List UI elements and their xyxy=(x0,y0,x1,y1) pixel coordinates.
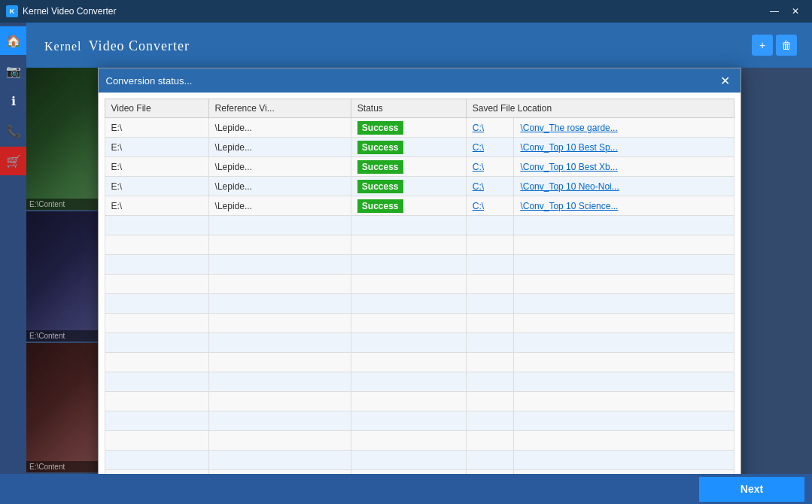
sidebar-item-camera[interactable]: 📷 xyxy=(0,56,26,85)
table-row: E:\ \Lepide... Success C:\ \Conv_Top 10 … xyxy=(105,138,734,157)
sidebar-item-phone[interactable]: 📞 xyxy=(0,117,26,145)
col-status: Status xyxy=(351,99,466,118)
logo-rest: Video Converter xyxy=(85,38,190,53)
sidebar-item-cart[interactable]: 🛒 xyxy=(0,147,26,175)
col-saved-location: Saved File Location xyxy=(466,99,734,118)
sidebar: 🏠 📷 ℹ 📞 🛒 xyxy=(0,23,26,474)
content-area: Kernel Video Converter + 🗑 E:\Content E:… xyxy=(26,23,812,474)
header-bar: Kernel Video Converter + 🗑 xyxy=(26,23,812,68)
dialog-overlay: Conversion status... ✕ Video File Refere… xyxy=(26,68,812,474)
cell-path2-4[interactable]: \Conv_Top 10 Science... xyxy=(514,196,734,216)
dialog-title: Conversion status... xyxy=(106,75,193,87)
table-empty-row xyxy=(105,275,734,294)
table-empty-row xyxy=(105,314,734,333)
header-logo: Kernel Video Converter xyxy=(41,35,190,55)
minimize-button[interactable]: — xyxy=(764,4,785,19)
header-actions: + 🗑 xyxy=(752,35,797,56)
sidebar-item-info[interactable]: ℹ xyxy=(0,87,26,115)
table-empty-row xyxy=(105,451,734,470)
cell-path2-2[interactable]: \Conv_Top 10 Best Xb... xyxy=(514,157,734,177)
cell-status-4: Success xyxy=(351,196,466,216)
cell-path1-0[interactable]: C:\ xyxy=(466,118,514,138)
bottom-bar: Next xyxy=(0,474,812,504)
cell-path1-4[interactable]: C:\ xyxy=(466,196,514,216)
delete-button[interactable]: 🗑 xyxy=(776,35,797,56)
table-empty-row xyxy=(105,353,734,372)
cell-video-2: E:\ xyxy=(105,157,208,177)
cell-video-4: E:\ xyxy=(105,196,208,216)
cell-ref-1: \Lepide... xyxy=(208,138,351,157)
table-empty-row xyxy=(105,392,734,411)
table-empty-row xyxy=(105,411,734,431)
cell-path2-1[interactable]: \Conv_Top 10 Best Sp... xyxy=(514,138,734,157)
close-button[interactable]: ✕ xyxy=(785,4,806,19)
cell-status-3: Success xyxy=(351,177,466,196)
col-reference-vi: Reference Vi... xyxy=(208,99,351,118)
dialog-titlebar: Conversion status... ✕ xyxy=(99,68,741,93)
add-button[interactable]: + xyxy=(752,35,773,56)
cell-path1-1[interactable]: C:\ xyxy=(466,138,514,157)
cell-path2-3[interactable]: \Conv_Top 10 Neo-Noi... xyxy=(514,177,734,196)
table-empty-row xyxy=(105,372,734,392)
title-bar-controls: — ✕ xyxy=(764,4,806,19)
table-empty-row xyxy=(105,255,734,275)
table-empty-row xyxy=(105,470,734,475)
table-empty-row xyxy=(105,216,734,235)
table-empty-row xyxy=(105,333,734,353)
table-row: E:\ \Lepide... Success C:\ \Conv_The ros… xyxy=(105,118,734,138)
logo-kernel: Kernel xyxy=(44,40,82,53)
app-title: Kernel Video Converter xyxy=(23,6,117,17)
next-button[interactable]: Next xyxy=(699,477,804,502)
table-row: E:\ \Lepide... Success C:\ \Conv_Top 10 … xyxy=(105,196,734,216)
cell-ref-4: \Lepide... xyxy=(208,196,351,216)
table-empty-row xyxy=(105,431,734,451)
cell-path2-0[interactable]: \Conv_The rose garde... xyxy=(514,118,734,138)
sidebar-item-home[interactable]: 🏠 xyxy=(0,26,26,55)
cell-ref-3: \Lepide... xyxy=(208,177,351,196)
table-row: E:\ \Lepide... Success C:\ \Conv_Top 10 … xyxy=(105,157,734,177)
cell-status-2: Success xyxy=(351,157,466,177)
table-empty-row xyxy=(105,235,734,255)
title-bar: K Kernel Video Converter — ✕ xyxy=(0,0,812,23)
cell-video-0: E:\ xyxy=(105,118,208,138)
cell-ref-0: \Lepide... xyxy=(208,118,351,138)
cell-status-0: Success xyxy=(351,118,466,138)
table-row: E:\ \Lepide... Success C:\ \Conv_Top 10 … xyxy=(105,177,734,196)
conversion-status-dialog: Conversion status... ✕ Video File Refere… xyxy=(98,68,741,474)
app-icon: K xyxy=(6,5,18,17)
cell-path1-2[interactable]: C:\ xyxy=(466,157,514,177)
dialog-close-icon-btn[interactable]: ✕ xyxy=(718,73,733,88)
cell-ref-2: \Lepide... xyxy=(208,157,351,177)
conversion-table: Video File Reference Vi... Status Saved … xyxy=(105,99,734,474)
title-bar-left: K Kernel Video Converter xyxy=(6,5,117,17)
table-empty-row xyxy=(105,294,734,314)
col-video-file: Video File xyxy=(105,99,208,118)
cell-status-1: Success xyxy=(351,138,466,157)
app-area: 🏠 📷 ℹ 📞 🛒 Kernel Video Converter + 🗑 E:\… xyxy=(0,23,812,474)
cell-video-3: E:\ xyxy=(105,177,208,196)
table-wrapper: Video File Reference Vi... Status Saved … xyxy=(99,93,741,474)
cell-path1-3[interactable]: C:\ xyxy=(466,177,514,196)
cell-video-1: E:\ xyxy=(105,138,208,157)
